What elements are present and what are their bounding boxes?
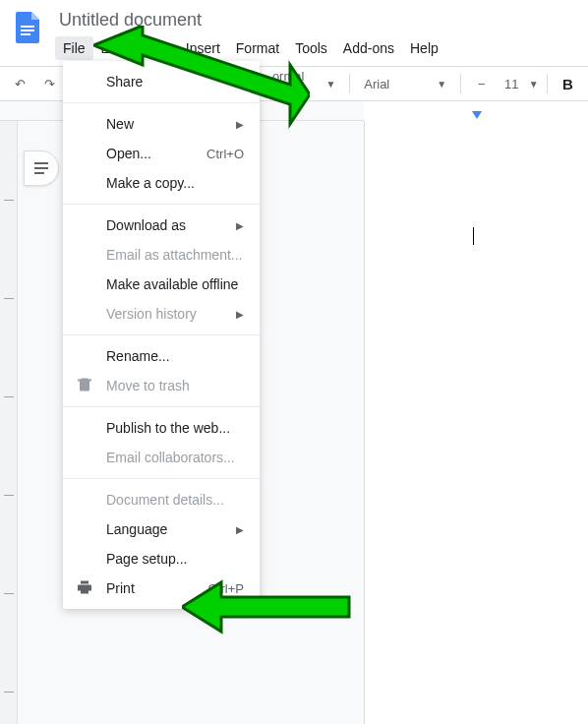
bold-button[interactable]: B [556, 70, 580, 97]
font-label: Arial [364, 77, 389, 91]
menu-download-as[interactable]: Download as▶ [63, 211, 260, 240]
svg-rect-5 [34, 172, 44, 174]
menu-edit[interactable]: Edit [93, 36, 133, 60]
chevron-down-icon: ▼ [437, 79, 446, 90]
separator [63, 406, 260, 407]
chevron-right-icon: ▶ [236, 119, 244, 130]
svg-rect-2 [21, 33, 30, 35]
indent-marker[interactable] [472, 111, 482, 119]
menu-rename[interactable]: Rename... [63, 341, 260, 371]
menu-format[interactable]: Format [228, 36, 287, 60]
style-dropdown[interactable]: ormal text ▼ [266, 69, 341, 98]
separator [349, 74, 350, 93]
chevron-right-icon: ▶ [236, 309, 244, 320]
shortcut-label: Ctrl+P [208, 581, 244, 596]
menu-file[interactable]: File [55, 36, 93, 60]
undo-button[interactable]: ↶ [8, 70, 32, 97]
menu-view[interactable]: View [133, 36, 178, 60]
menu-move-trash: Move to trash [63, 371, 260, 400]
menu-share[interactable]: Share [63, 67, 260, 96]
menu-version-history: Version history▶ [63, 299, 260, 329]
shortcut-label: Ctrl+O [206, 147, 244, 161]
menu-make-copy[interactable]: Make a copy... [63, 168, 260, 198]
document-title[interactable]: Untitled document [55, 8, 588, 32]
menu-open[interactable]: Open...Ctrl+O [63, 139, 260, 168]
svg-rect-1 [21, 30, 34, 31]
svg-rect-4 [34, 167, 48, 169]
chevron-right-icon: ▶ [236, 220, 244, 231]
chevron-right-icon: ▶ [236, 524, 244, 535]
menu-tools[interactable]: Tools [287, 36, 335, 60]
font-size-decrease[interactable]: − [469, 70, 494, 97]
menu-email-collaborators: Email collaborators... [63, 443, 260, 472]
redo-button[interactable]: ↷ [36, 70, 61, 97]
font-dropdown[interactable]: Arial ▼ [358, 77, 452, 91]
menu-publish-web[interactable]: Publish to the web... [63, 413, 260, 443]
menu-insert[interactable]: Insert [178, 36, 228, 60]
separator [63, 204, 260, 205]
menu-print[interactable]: PrintCtrl+P [63, 573, 260, 603]
file-menu-dropdown: Share New▶ Open...Ctrl+O Make a copy... … [63, 61, 260, 609]
menu-document-details: Document details... [63, 485, 260, 514]
menu-new[interactable]: New▶ [63, 109, 260, 139]
chevron-down-icon: ▼ [325, 79, 335, 90]
menu-language[interactable]: Language▶ [63, 514, 260, 544]
trash-icon [77, 377, 92, 395]
separator [63, 478, 260, 479]
menu-email-attachment: Email as attachment... [63, 240, 260, 270]
font-size-input[interactable]: 11 [499, 77, 525, 91]
svg-rect-3 [34, 162, 48, 164]
menu-addons[interactable]: Add-ons [335, 36, 402, 60]
document-page[interactable] [364, 121, 588, 724]
text-cursor [473, 227, 474, 245]
separator [63, 334, 260, 335]
style-label: ormal text [272, 69, 323, 98]
outline-button[interactable] [24, 151, 59, 186]
menu-help[interactable]: Help [402, 36, 446, 60]
print-icon [77, 579, 92, 598]
chevron-down-icon: ▼ [529, 79, 539, 90]
menu-make-offline[interactable]: Make available offline [63, 270, 260, 299]
docs-logo[interactable] [8, 8, 47, 47]
separator [547, 74, 548, 93]
separator [460, 74, 461, 93]
separator [63, 102, 260, 103]
menu-page-setup[interactable]: Page setup... [63, 544, 260, 573]
vertical-ruler[interactable] [0, 121, 18, 724]
svg-rect-0 [21, 26, 34, 28]
